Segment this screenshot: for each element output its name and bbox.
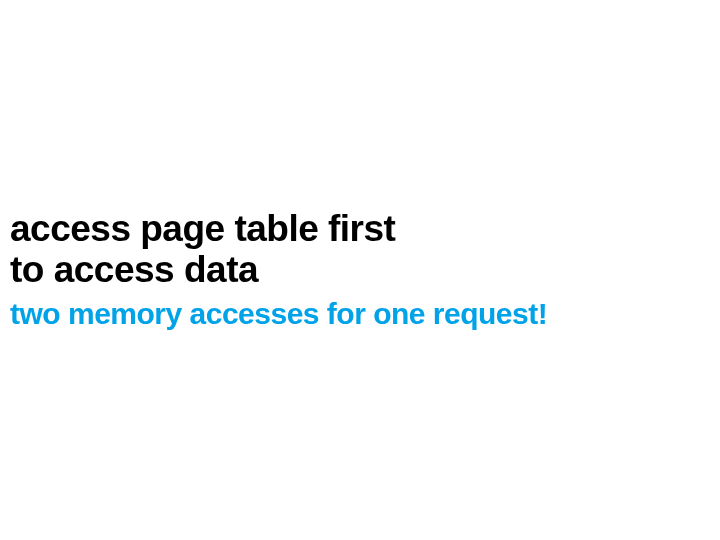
text-emphasis: two memory accesses for one request! (10, 296, 547, 332)
slide-content: access page table first to access data t… (10, 208, 547, 332)
text-line-1: access page table first (10, 208, 547, 249)
text-line-2: to access data (10, 249, 547, 290)
